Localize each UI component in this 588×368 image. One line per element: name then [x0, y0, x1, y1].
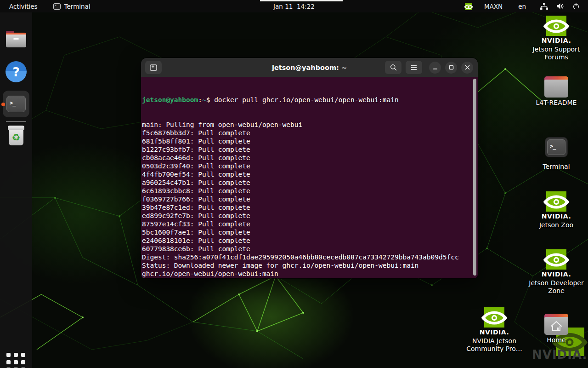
maximize-button[interactable]	[445, 62, 457, 74]
home-folder-icon	[544, 314, 568, 335]
desktop-icon-home[interactable]: Home	[531, 314, 582, 344]
show-applications-button[interactable]	[6, 353, 26, 368]
search-icon	[390, 64, 397, 71]
terminal-scrollbar-thumb[interactable]	[473, 79, 476, 276]
dock-item-files[interactable]	[0, 31, 32, 47]
nvidia-logo-icon: NVIDIA.	[537, 191, 576, 220]
desktop-icon-nvidia-jetson-community[interactable]: NVIDIA. NVIDIA Jetson Community Pro…	[460, 307, 529, 353]
search-button[interactable]	[385, 61, 401, 74]
terminal-titlebar[interactable]: jetson@yahboom: ~	[141, 58, 478, 77]
dock-item-terminal[interactable]: >_	[0, 91, 32, 117]
power-mode-indicator[interactable]: MAXN	[465, 3, 503, 10]
power-icon	[572, 3, 580, 10]
terminal-output-line: f5c6876bb3d7: Pull complete	[142, 129, 471, 137]
typed-command: docker pull ghcr.io/open-webui/open-webu…	[214, 96, 399, 104]
terminal-output-line: main: Pulling from open-webui/open-webui	[142, 121, 471, 129]
desktop-icon-l4t-readme[interactable]: L4T-README	[531, 76, 582, 107]
terminal-output-line: 39b47e87c1ed: Pull complete	[142, 203, 471, 212]
desktop-icon-label: Jetson Developer Zone	[527, 279, 586, 295]
clock[interactable]: Jan 11 14:22	[273, 3, 315, 10]
terminal-output-line: b1227c93bfb7: Pull complete	[142, 145, 471, 154]
terminal-output-line: ghcr.io/open-webui/open-webui:main	[142, 270, 471, 278]
terminal-icon: >_	[3, 91, 29, 117]
terminal-content[interactable]: jetson@yahboom:~$docker pull ghcr.io/ope…	[141, 77, 478, 278]
minimize-icon	[433, 65, 438, 70]
terminal-output-line: 87597e14cf33: Pull complete	[142, 220, 471, 228]
dock: ? >_ ♻	[0, 12, 32, 368]
files-icon	[6, 31, 26, 47]
new-tab-icon	[150, 64, 157, 71]
desktop-icon-jetson-zoo[interactable]: NVIDIA. Jetson Zoo	[531, 191, 582, 229]
terminal-output-line: 4f4fb700ef54: Pull complete	[142, 170, 471, 178]
desktop-icon-jetson-support-forums[interactable]: NVIDIA. Jetson Support Forums	[531, 16, 582, 61]
house-glyph	[550, 320, 563, 332]
terminal-output-line: f0369727b766: Pull complete	[142, 195, 471, 203]
terminal-window: jetson@yahboom: ~	[141, 58, 478, 278]
prompt-path: ~	[202, 96, 206, 104]
minimize-button[interactable]	[429, 62, 441, 74]
new-tab-button[interactable]	[145, 61, 162, 74]
terminal-output-line: Digest: sha256:a070f41cdf1dae295992050a4…	[142, 253, 471, 261]
terminal-output-line: a960254c47b1: Pull complete	[142, 178, 471, 187]
window-edge-artifact	[260, 0, 343, 1]
maximize-icon	[449, 65, 454, 70]
desktop-icon-label: L4T-README	[536, 99, 577, 107]
top-bar: Activities >_ Terminal Jan 11 14:22 MAXN…	[0, 0, 588, 12]
desktop-icon-jetson-developer-zone[interactable]: NVIDIA. Jetson Developer Zone	[527, 249, 586, 295]
dock-item-help[interactable]: ?	[0, 61, 32, 82]
desktop-icon-label: Jetson Support Forums	[531, 46, 582, 61]
terminal-app-icon: >_	[53, 3, 61, 10]
app-menu-label: Terminal	[64, 3, 90, 10]
folder-icon	[544, 76, 568, 98]
activities-button[interactable]: Activities	[9, 3, 38, 10]
nvidia-logo-icon: NVIDIA.	[475, 307, 514, 336]
terminal-output-line: 5bc1600f7ae1: Pull complete	[142, 228, 471, 236]
terminal-output-line: cb08acae466d: Pull complete	[142, 154, 471, 162]
hamburger-menu-icon	[411, 65, 417, 70]
terminal-output-line: 681f5b8ff801: Pull complete	[142, 137, 471, 145]
trash-icon: ♻	[7, 126, 25, 146]
terminal-output-line: Status: Downloaded newer image for ghcr.…	[142, 261, 471, 270]
close-button[interactable]	[461, 62, 473, 74]
terminal-icon: >_	[545, 137, 568, 157]
desktop-icon-label: Terminal	[543, 163, 570, 171]
terminal-output-line: 60779838ce6b: Pull complete	[142, 245, 471, 253]
desktop-icon-terminal[interactable]: >_ Terminal	[531, 137, 582, 171]
prompt-user-host: jetson@yahboom	[142, 96, 198, 104]
network-wired-icon	[540, 3, 548, 10]
help-icon: ?	[6, 61, 27, 82]
nvidia-logo-icon: NVIDIA.	[537, 16, 576, 44]
menu-button[interactable]	[406, 61, 422, 74]
keyboard-layout-indicator[interactable]: en	[518, 3, 526, 10]
terminal-output: main: Pulling from open-webui/open-webui…	[142, 121, 471, 278]
nvidia-logo-icon: NVIDIA.	[537, 249, 576, 278]
terminal-output-line: ed899c92fe7b: Pull complete	[142, 212, 471, 220]
app-menu-terminal[interactable]: >_ Terminal	[53, 3, 90, 10]
close-icon	[465, 65, 470, 70]
nvidia-mini-icon	[465, 3, 472, 10]
nvidia-watermark-wordmark: NVIDIA.	[532, 348, 587, 362]
terminal-command-line: jetson@yahboom:~$docker pull ghcr.io/ope…	[142, 96, 471, 104]
dock-separator	[6, 121, 26, 122]
running-indicator-dot	[1, 103, 5, 106]
terminal-output-line: 0503d2c39f40: Pull complete	[142, 162, 471, 170]
power-mode-label: MAXN	[484, 3, 503, 10]
desktop-icon-label: Jetson Zoo	[539, 221, 573, 229]
terminal-output-line: e2406818101e: Pull complete	[142, 236, 471, 245]
system-status-area[interactable]	[540, 3, 580, 10]
terminal-output-line: 6c61893cbbc8: Pull complete	[142, 187, 471, 195]
desktop-icon-label: Home	[547, 336, 565, 344]
volume-icon	[556, 3, 565, 10]
desktop-icon-label: NVIDIA Jetson Community Pro…	[460, 337, 529, 353]
dock-item-trash[interactable]: ♻	[0, 126, 32, 146]
